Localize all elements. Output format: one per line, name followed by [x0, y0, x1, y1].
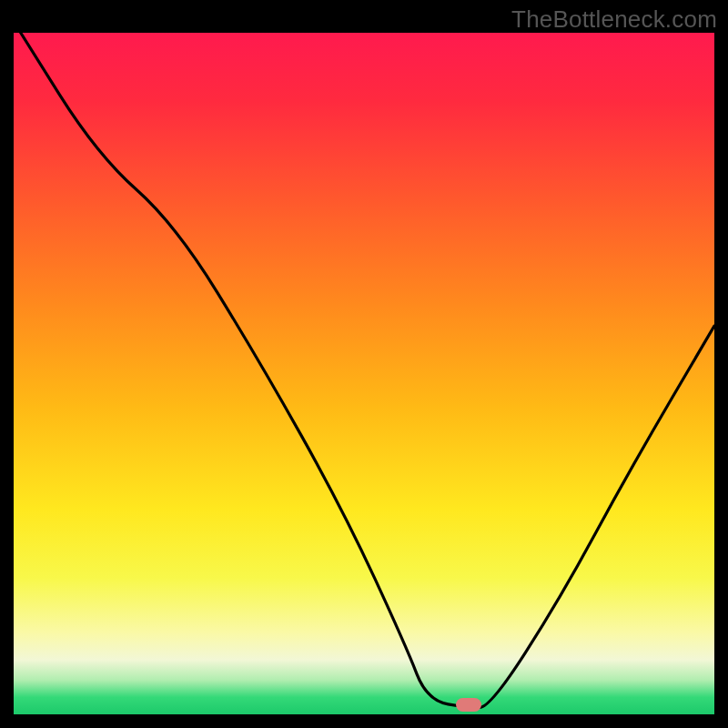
site-watermark: TheBottleneck.com [511, 5, 717, 34]
selection-marker [456, 698, 481, 712]
bottleneck-curve-path [21, 33, 714, 708]
bottleneck-curve [14, 33, 714, 714]
chart-plot-area [14, 33, 714, 714]
